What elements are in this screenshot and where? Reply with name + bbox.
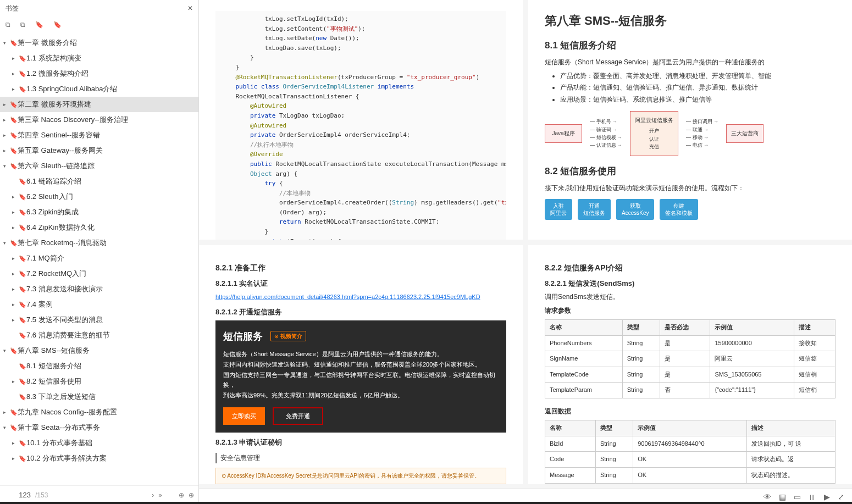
toc-item[interactable]: ▸🔖第二章 微服务环境搭建 xyxy=(0,97,198,112)
toc-item[interactable]: ▾🔖第六章 Sleuth--链路追踪 xyxy=(0,158,198,174)
last-page-icon[interactable]: » xyxy=(158,491,162,499)
request-params-table: 名称类型是否必选示例值描述PhoneNumbersString是15900000… xyxy=(545,319,836,398)
page-bottom-left: 8.2.1 准备工作 8.2.1.1 实名认证 https://help.ali… xyxy=(199,245,523,485)
sms-diagram: Java程序 — 手机号 →— 验证码 →— 短信模板 →— 认证信息 → 阿里… xyxy=(545,111,836,156)
verify-link[interactable]: https://help.aliyun.com/document_detail/… xyxy=(215,293,480,300)
close-icon[interactable]: ✕ xyxy=(187,4,193,12)
viewer-icon[interactable]: 👁 xyxy=(764,492,771,501)
toc-item[interactable]: ▸🔖7.2 RocketMQ入门 xyxy=(0,266,198,281)
chapter-title: 第八章 SMS--短信服务 xyxy=(545,11,836,30)
viewer-icon[interactable]: ⫼ xyxy=(809,492,816,501)
h-8213: 8.2.1.3 申请认证秘钥 xyxy=(215,437,506,448)
toc-item[interactable]: 🔖8.1 短信服务介绍 xyxy=(0,358,198,374)
page-input[interactable] xyxy=(4,491,31,499)
page-total: /153 xyxy=(35,491,48,499)
page-grid: txLog.setTxLogId(txId); txLog.setContent… xyxy=(199,0,852,504)
h-8221: 8.2.2.1 短信发送(SendSms) xyxy=(545,278,836,290)
diagram-carrier: 三大运营商 xyxy=(726,124,764,143)
sidebar-title: 书签 xyxy=(5,4,19,13)
toc-item[interactable]: ▸🔖第三章 Nacos Discovery--服务治理 xyxy=(0,112,198,128)
section-8-1: 8.1 短信服务介绍 xyxy=(545,38,836,53)
process-step: 入驻阿里云 xyxy=(545,199,572,220)
toc-item[interactable]: 🔖8.3 下单之后发送短信 xyxy=(0,389,198,405)
h-8211: 8.2.1.1 实名认证 xyxy=(215,278,506,290)
bookmark-icon[interactable]: 🔖 xyxy=(35,21,43,29)
accesskey-alert: ⊙ AccessKey ID和AccessKey Secret是您访问阿里云AP… xyxy=(215,468,506,484)
collapse-icon[interactable]: ⧉ xyxy=(20,21,25,29)
buy-button[interactable]: 立即购买 xyxy=(223,407,265,425)
toc-item[interactable]: 🔖7.6 消息消费要注意的细节 xyxy=(0,328,198,343)
h-822: 8.2.2 短信服务API介绍 xyxy=(545,262,836,274)
page-top-left: txLog.setTxLogId(txId); txLog.setContent… xyxy=(199,0,523,240)
diagram-aliyun-title: 阿里云短信服务 xyxy=(635,116,673,125)
toc-item[interactable]: ▸🔖6.2 Sleuth入门 xyxy=(0,189,198,204)
toc-item[interactable]: ▸🔖7.4 案例 xyxy=(0,297,198,312)
sidebar-header: 书签 ✕ xyxy=(0,0,198,16)
viewer-icon[interactable]: ▦ xyxy=(779,492,786,501)
response-table: 名称类型示例值描述BizIdString900619746936498440^0… xyxy=(545,420,836,483)
h-821: 8.2.1 准备工作 xyxy=(215,262,506,274)
toc-item[interactable]: ▸🔖7.5 发送不同类型的消息 xyxy=(0,312,198,328)
toc-item[interactable]: ▸🔖第四章 Sentinel--服务容错 xyxy=(0,128,198,143)
toc-item[interactable]: ▸🔖6.4 ZipKin数据持久化 xyxy=(0,220,198,235)
h-8212: 8.2.1.2 开通短信服务 xyxy=(215,307,506,318)
resp-title: 返回数据 xyxy=(545,406,836,417)
process-step: 开通短信服务 xyxy=(578,199,611,220)
section-8-2-desc: 接下来,我们使用短信验证码功能来演示短信服务的使用。流程如下： xyxy=(545,183,836,193)
page-top-right: 第八章 SMS--短信服务 8.1 短信服务介绍 短信服务（Short Mess… xyxy=(528,0,852,240)
feature-list: 产品优势：覆盖全面、高并发处理、消息堆积处理、开发管理简单、智能产品功能：短信通… xyxy=(545,70,836,106)
sms-product-panel: 短信服务 ⊙ 视频简介 短信服务（Short Message Service）是… xyxy=(215,320,506,433)
sendsms-desc: 调用SendSms发送短信。 xyxy=(545,292,836,302)
panel-desc: 短信服务（Short Message Service）是阿里云为用户提供的一种通… xyxy=(223,349,499,400)
toc-item[interactable]: ▸🔖第五章 Gateway--服务网关 xyxy=(0,143,198,158)
toc-item[interactable]: ▸🔖7.3 消息发送和接收演示 xyxy=(0,281,198,297)
expand-icon[interactable]: ⧉ xyxy=(5,21,10,29)
toc-item[interactable]: ▸🔖1.1 系统架构演变 xyxy=(0,51,198,66)
add-bm2-icon[interactable]: ⊕ xyxy=(189,491,194,499)
page-bottom-right: 8.2.2 短信服务API介绍 8.2.2.1 短信发送(SendSms) 调用… xyxy=(528,245,852,485)
next-page-icon[interactable]: › xyxy=(152,491,154,499)
toc-item[interactable]: 🔖6.1 链路追踪介绍 xyxy=(0,174,198,189)
toc-item[interactable]: ▸🔖10.1 分布式事务基础 xyxy=(0,435,198,451)
process-step: 创建签名和模板 xyxy=(660,199,698,220)
toc-item[interactable]: ▸🔖1.3 SpringCloud Alibaba介绍 xyxy=(0,81,198,97)
toc-item[interactable]: ▸🔖第九章 Nacos Config--服务配置 xyxy=(0,405,198,420)
toc-item[interactable]: ▸🔖10.2 分布式事务解决方案 xyxy=(0,451,198,466)
toc-item[interactable]: ▸🔖8.2 短信服务使用 xyxy=(0,374,198,389)
viewer-icon[interactable]: ▭ xyxy=(794,492,801,501)
intro-text: 短信服务（Short Message Service）是阿里云为用户提供的一种通… xyxy=(545,57,836,68)
diagram-aliyun-sub: 开户认证充值 xyxy=(635,127,673,151)
bookmark-add-icon[interactable]: 🔖 xyxy=(53,21,62,29)
toc-item[interactable]: ▸🔖6.3 Zipkin的集成 xyxy=(0,204,198,220)
security-title: 安全信息管理 xyxy=(215,453,506,463)
diagram-right-fields: — 接口调用 →— 联通 →— 移动 →— 电信 → xyxy=(686,118,718,149)
os-taskbar xyxy=(0,502,852,504)
free-activate-button[interactable]: 免费开通 xyxy=(273,407,323,425)
toc-item[interactable]: ▸🔖7.1 MQ简介 xyxy=(0,251,198,266)
diagram-java: Java程序 xyxy=(545,124,582,143)
process-step: 获取AccessKey xyxy=(616,199,654,220)
toc-tree[interactable]: ▾🔖第一章 微服务介绍▸🔖1.1 系统架构演变▸🔖1.2 微服务架构介绍▸🔖1.… xyxy=(0,33,198,485)
toc-item[interactable]: ▸🔖1.2 微服务架构介绍 xyxy=(0,66,198,81)
diagram-fields: — 手机号 →— 验证码 →— 短信模板 →— 认证信息 → xyxy=(590,118,622,149)
process-steps: 入驻阿里云开通短信服务获取AccessKey创建签名和模板 xyxy=(545,199,836,220)
section-8-2: 8.2 短信服务使用 xyxy=(545,164,836,179)
code-block: txLog.setTxLogId(txId); txLog.setContent… xyxy=(215,11,506,240)
bookmarks-sidebar: 书签 ✕ ⧉ ⧉ 🔖 🔖 ▾🔖第一章 微服务介绍▸🔖1.1 系统架构演变▸🔖1.… xyxy=(0,0,199,504)
add-bm-icon[interactable]: ⊕ xyxy=(179,491,184,499)
sidebar-footer: /153 › » ⊕ ⊕ xyxy=(0,485,198,504)
video-intro-badge[interactable]: ⊙ 视频简介 xyxy=(270,331,306,341)
sidebar-toolbar: ⧉ ⧉ 🔖 🔖 xyxy=(0,16,198,33)
req-params-title: 请求参数 xyxy=(545,306,836,316)
viewer-icon[interactable]: ▶ xyxy=(824,492,830,501)
toc-item[interactable]: ▾🔖第一章 微服务介绍 xyxy=(0,35,198,51)
viewer-icon[interactable]: ⤢ xyxy=(838,492,844,501)
toc-item[interactable]: ▾🔖第十章 Seata--分布式事务 xyxy=(0,420,198,435)
diagram-aliyun: 阿里云短信服务 开户认证充值 xyxy=(630,111,678,156)
panel-title: 短信服务 xyxy=(223,328,263,345)
toc-item[interactable]: ▾🔖第八章 SMS--短信服务 xyxy=(0,343,198,358)
toc-item[interactable]: ▾🔖第七章 Rocketmq--消息驱动 xyxy=(0,235,198,251)
